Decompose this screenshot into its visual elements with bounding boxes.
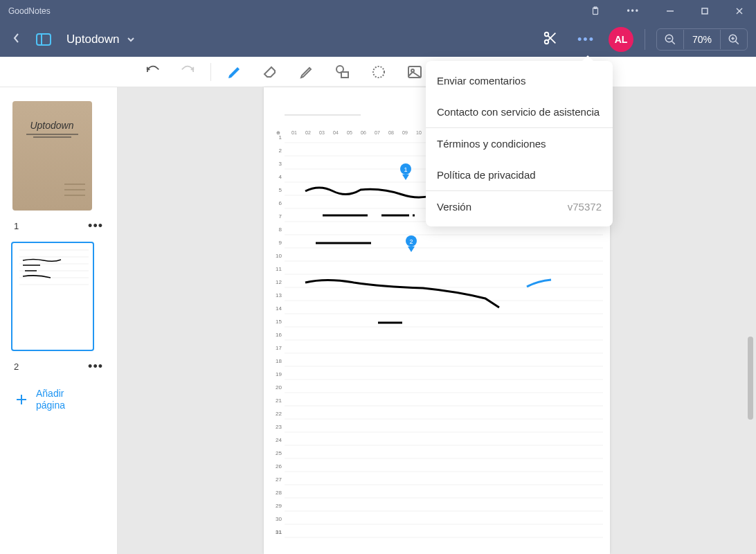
page-thumbnail-1[interactable]: Uptodown (12, 101, 92, 211)
svg-text:04: 04 (333, 130, 339, 135)
svg-rect-19 (341, 72, 348, 78)
svg-text:6: 6 (279, 200, 282, 206)
svg-text:27: 27 (276, 476, 282, 483)
svg-text:17: 17 (276, 345, 282, 351)
svg-rect-5 (37, 34, 51, 45)
svg-text:16: 16 (276, 332, 282, 338)
svg-text:9: 9 (279, 240, 282, 246)
svg-text:23: 23 (276, 424, 282, 430)
svg-text:22: 22 (276, 411, 282, 417)
highlighter-tool[interactable] (291, 60, 322, 84)
svg-text:11: 11 (276, 266, 282, 272)
svg-text:19: 19 (276, 371, 282, 377)
zoom-value[interactable]: 70% (683, 30, 721, 49)
dropdown-privacy[interactable]: Política de privacidad (426, 159, 613, 190)
page-more-1[interactable]: ••• (88, 219, 103, 233)
svg-text:29: 29 (276, 503, 282, 509)
page-number-1: 1 (14, 221, 19, 231)
svg-rect-2 (702, 8, 708, 14)
maximize-icon[interactable] (694, 3, 716, 19)
scissors-icon[interactable] (537, 25, 564, 54)
svg-text:8: 8 (279, 226, 282, 233)
svg-text:7: 7 (279, 213, 282, 220)
svg-text:1: 1 (279, 134, 282, 141)
more-menu-button[interactable]: ••• (569, 27, 603, 53)
minimize-icon[interactable] (659, 3, 681, 19)
app-name: GoodNotes (6, 6, 51, 16)
scrollbar[interactable] (748, 337, 753, 420)
document-title-text: Uptodown (66, 33, 120, 46)
divider (645, 29, 645, 50)
dropdown-terms[interactable]: Términos y condiciones (426, 128, 613, 159)
more-dropdown: Enviar comentarios Contacto con servicio… (426, 61, 613, 226)
svg-text:15: 15 (276, 319, 282, 325)
dropdown-feedback[interactable]: Enviar comentarios (426, 65, 613, 96)
redo-button[interactable] (173, 60, 202, 84)
version-label: Versión (437, 201, 471, 213)
svg-text:12: 12 (276, 279, 282, 285)
svg-line-15 (735, 41, 739, 44)
svg-text:2: 2 (279, 148, 282, 154)
svg-text:28: 28 (276, 490, 282, 496)
zoom-in-button[interactable] (721, 29, 747, 50)
svg-text:4: 4 (279, 174, 282, 180)
separator (210, 63, 211, 81)
back-button[interactable] (8, 28, 25, 51)
document-title[interactable]: Uptodown (66, 33, 135, 46)
page-number-2: 2 (14, 361, 19, 372)
svg-text:24: 24 (276, 437, 282, 443)
svg-text:Uptodown: Uptodown (30, 120, 73, 131)
svg-point-7 (545, 33, 549, 37)
svg-text:13: 13 (276, 292, 282, 298)
page-more-2[interactable]: ••• (88, 359, 103, 374)
svg-point-8 (545, 40, 549, 44)
svg-text:18: 18 (276, 358, 282, 364)
svg-text:08: 08 (388, 130, 394, 135)
add-page-button[interactable]: Añadir página (8, 382, 109, 417)
pen-tool[interactable] (219, 60, 250, 84)
svg-text:05: 05 (347, 130, 352, 135)
svg-text:03: 03 (319, 130, 325, 135)
undo-button[interactable] (138, 60, 168, 84)
svg-text:5: 5 (279, 187, 282, 193)
svg-text:26: 26 (276, 463, 282, 470)
page-thumbnail-2[interactable] (11, 242, 94, 351)
svg-text:14: 14 (276, 305, 282, 312)
svg-text:09: 09 (402, 130, 408, 135)
svg-text:3: 3 (279, 161, 282, 167)
svg-line-12 (672, 41, 675, 44)
svg-text:20: 20 (276, 384, 282, 391)
clipboard-icon[interactable] (584, 2, 607, 20)
avatar[interactable]: AL (609, 27, 633, 52)
add-page-label: Añadir página (36, 388, 65, 411)
dropdown-version: Versión v75372 (426, 191, 613, 222)
svg-text:10: 10 (276, 253, 282, 259)
svg-text:30: 30 (276, 516, 282, 522)
svg-text:2: 2 (409, 238, 413, 245)
svg-text:10: 10 (416, 130, 422, 135)
more-horizontal-icon[interactable]: ••• (620, 2, 647, 20)
dropdown-support[interactable]: Contacto con servicio de asistencia (426, 96, 613, 127)
close-icon[interactable] (728, 3, 750, 19)
svg-text:01: 01 (291, 130, 297, 135)
svg-text:31: 31 (276, 529, 282, 535)
svg-text:07: 07 (375, 130, 380, 135)
svg-point-20 (373, 66, 384, 78)
chevron-down-icon (127, 37, 135, 42)
svg-text:1: 1 (404, 166, 407, 173)
version-value: v75372 (568, 201, 602, 213)
svg-text:25: 25 (276, 450, 282, 456)
svg-text:21: 21 (276, 397, 282, 404)
lasso-tool[interactable] (363, 60, 394, 84)
svg-text:02: 02 (305, 130, 311, 135)
svg-text:06: 06 (361, 130, 366, 135)
sidebar-toggle-icon[interactable] (33, 30, 54, 48)
shapes-tool[interactable] (327, 60, 358, 84)
eraser-tool[interactable] (255, 60, 286, 84)
zoom-out-button[interactable] (657, 29, 683, 50)
